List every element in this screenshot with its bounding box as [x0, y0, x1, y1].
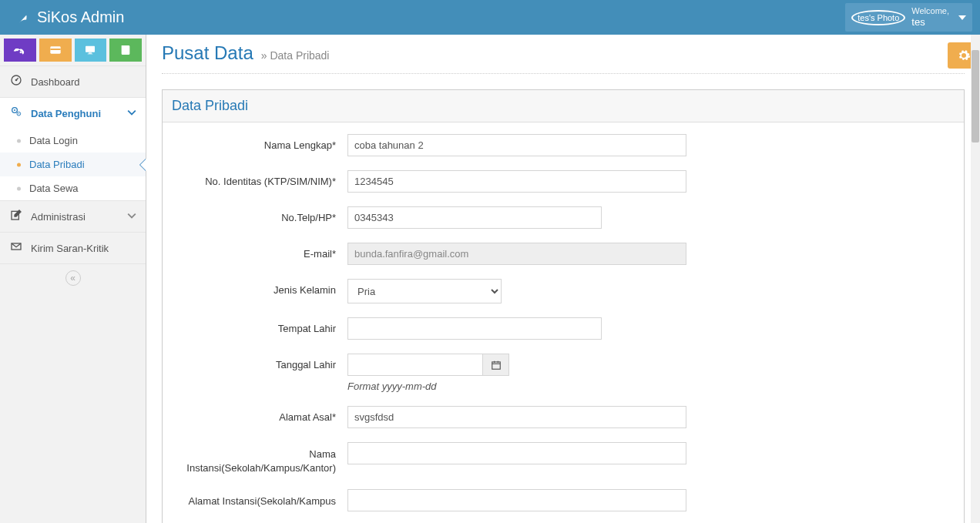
book-icon: [119, 44, 132, 56]
user-name: tes: [911, 16, 925, 28]
shortcut-desktop[interactable]: [75, 39, 107, 62]
main: Dashboard Data Penghuni Data Login Data …: [0, 35, 980, 523]
panel-data-pribadi: Data Pribadi Nama Lengkap* No. Identitas…: [162, 89, 965, 523]
label-telp: No.Telp/HP*: [178, 206, 347, 223]
svg-point-10: [18, 113, 19, 114]
welcome-label: Welcome,: [911, 6, 949, 16]
label-instansi: Nama Instansi(Sekolah/Kampus/Kantor): [178, 442, 347, 475]
chevron-down-icon: [127, 210, 136, 223]
svg-rect-4: [88, 54, 93, 55]
breadcrumb: Data Pribadi: [261, 49, 330, 62]
svg-rect-1: [50, 49, 60, 50]
field-tempat-lahir: Tempat Lahir: [178, 317, 948, 340]
input-identitas[interactable]: [347, 170, 686, 193]
shortcuts: [0, 35, 146, 65]
label-email: E-mail*: [178, 243, 347, 260]
sidebar-collapse-toggle[interactable]: «: [0, 263, 146, 292]
key-icon: [14, 44, 26, 56]
label-jk: Jenis Kelamin: [178, 279, 347, 296]
sidebar-item-label: Data Sewa: [29, 183, 79, 194]
page-title: Pusat Data: [162, 42, 253, 64]
sidebar-item-kirim-saran[interactable]: Kirim Saran-Kritik: [0, 232, 146, 263]
desktop-icon: [84, 44, 96, 56]
label-tempat: Tempat Lahir: [178, 317, 347, 334]
navbar: SiKos Admin tes's Photo Welcome, tes: [0, 0, 980, 35]
user-menu[interactable]: tes's Photo Welcome, tes: [845, 3, 972, 32]
svg-rect-13: [492, 361, 500, 368]
sidebar-item-label: Dashboard: [31, 76, 80, 88]
input-tempat-lahir[interactable]: [347, 317, 602, 340]
input-telp[interactable]: [347, 206, 602, 229]
svg-point-8: [14, 109, 15, 111]
shortcut-key[interactable]: [4, 39, 36, 62]
label-alamat-instansi: Alamat Instansi(Sekolah/Kampus: [178, 489, 347, 508]
sidebar-item-label: Data Pribadi: [29, 159, 85, 170]
sidebar-item-dashboard[interactable]: Dashboard: [0, 65, 146, 97]
field-jenis-kelamin: Jenis Kelamin Pria: [178, 279, 948, 303]
envelope-icon: [9, 240, 23, 256]
sidebar-item-label: Data Login: [29, 135, 78, 146]
field-identitas: No. Identitas (KTP/SIM/NIM)*: [178, 170, 948, 193]
field-telp: No.Telp/HP*: [178, 206, 948, 229]
scrollbar[interactable]: [971, 35, 980, 523]
sidebar-item-data-login[interactable]: Data Login: [0, 129, 146, 153]
sidebar-item-administrasi[interactable]: Administrasi: [0, 200, 146, 232]
sidebar-item-label: Administrasi: [31, 211, 86, 223]
input-instansi[interactable]: [347, 442, 686, 464]
field-alamat-instansi: Alamat Instansi(Sekolah/Kampus: [178, 489, 948, 511]
label-nama: Nama Lengkap*: [178, 134, 347, 151]
submenu: Data Login Data Pribadi Data Sewa: [0, 129, 146, 200]
input-alamat-instansi[interactable]: [347, 489, 686, 511]
input-email: [347, 243, 686, 265]
edit-icon: [9, 209, 23, 224]
dashboard-icon: [9, 74, 23, 89]
navbar-right: tes's Photo Welcome, tes: [845, 3, 972, 32]
sidebar-item-data-pribadi[interactable]: Data Pribadi: [0, 153, 146, 176]
svg-rect-3: [89, 52, 92, 53]
input-nama[interactable]: [347, 134, 686, 156]
page-header: Pusat Data Data Pribadi: [162, 42, 965, 74]
leaf-icon: [15, 10, 31, 25]
credit-card-icon: [49, 44, 62, 56]
nav-list: Dashboard Data Penghuni Data Login Data …: [0, 65, 146, 263]
field-alamat-asal: Alamat Asal*: [178, 406, 948, 428]
brand-text: SiKos Admin: [37, 8, 124, 26]
content: Pusat Data Data Pribadi Data Pribadi Nam…: [146, 35, 980, 523]
select-jenis-kelamin[interactable]: Pria: [347, 279, 502, 303]
field-tanggal-lahir: Tanggal Lahir Format yyyy-mm-dd: [178, 354, 948, 392]
gear-icon: [957, 49, 971, 62]
panel-title: Data Pribadi: [163, 90, 964, 122]
svg-rect-2: [86, 46, 95, 52]
shortcut-book[interactable]: [109, 39, 142, 62]
field-instansi: Nama Instansi(Sekolah/Kampus/Kantor): [178, 442, 948, 475]
chevron-down-icon: [127, 107, 136, 119]
datepicker-button[interactable]: [483, 354, 509, 376]
calendar-icon: [491, 360, 502, 370]
shortcut-card[interactable]: [39, 39, 72, 62]
help-tanggal: Format yyyy-mm-dd: [347, 381, 509, 392]
cogs-icon: [9, 106, 23, 121]
sidebar-item-data-sewa[interactable]: Data Sewa: [0, 176, 146, 200]
user-text: Welcome, tes: [911, 6, 949, 28]
panel-body: Nama Lengkap* No. Identitas (KTP/SIM/NIM…: [163, 122, 964, 523]
label-identitas: No. Identitas (KTP/SIM/NIM)*: [178, 170, 347, 187]
caret-down-icon: [958, 14, 966, 22]
brand[interactable]: SiKos Admin: [15, 8, 124, 26]
field-nama: Nama Lengkap*: [178, 134, 948, 156]
sidebar-item-data-penghuni[interactable]: Data Penghuni Data Login Data Pribadi Da…: [0, 97, 146, 200]
input-tanggal-lahir[interactable]: [347, 354, 483, 376]
avatar: tes's Photo: [851, 10, 905, 25]
field-email: E-mail*: [178, 243, 948, 265]
label-tanggal: Tanggal Lahir: [178, 354, 347, 370]
sidebar-item-label: Data Penghuni: [31, 108, 101, 119]
input-alamat-asal[interactable]: [347, 406, 686, 428]
label-alamat-asal: Alamat Asal*: [178, 406, 347, 423]
chevron-left-icon: «: [65, 270, 81, 286]
scrollbar-thumb[interactable]: [972, 50, 979, 142]
svg-point-6: [15, 79, 18, 82]
sidebar: Dashboard Data Penghuni Data Login Data …: [0, 35, 146, 523]
input-group-tanggal: [347, 354, 509, 376]
sidebar-item-label: Kirim Saran-Kritik: [31, 243, 109, 254]
